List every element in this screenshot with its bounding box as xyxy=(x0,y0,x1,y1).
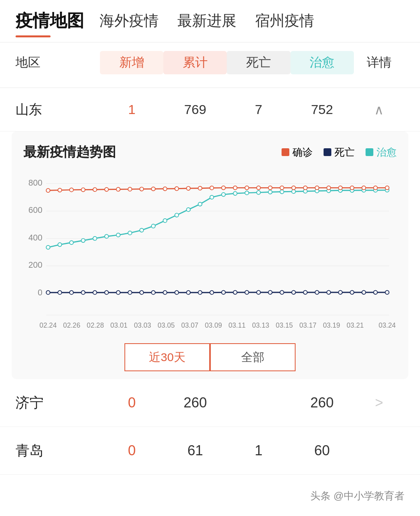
col-header-total: 累计 xyxy=(163,51,227,74)
svg-point-89 xyxy=(81,291,85,295)
active-tab-indicator xyxy=(16,35,51,37)
svg-point-64 xyxy=(140,187,144,191)
legend-death-dot xyxy=(324,148,331,156)
svg-text:02.26: 02.26 xyxy=(63,321,80,329)
svg-text:03.07: 03.07 xyxy=(181,321,198,329)
filter-all-button[interactable]: 全部 xyxy=(210,343,296,371)
svg-point-63 xyxy=(128,187,132,191)
table-row-jining[interactable]: 济宁 0 260 260 > xyxy=(0,379,420,427)
svg-point-82 xyxy=(350,186,354,190)
shandong-detail[interactable]: ∧ xyxy=(354,102,404,118)
nav-bar: 海外疫情 最新进展 宿州疫情 xyxy=(100,11,314,31)
svg-point-42 xyxy=(233,191,237,195)
nav-item-overseas[interactable]: 海外疫情 xyxy=(100,11,159,31)
svg-point-30 xyxy=(93,237,97,240)
svg-point-37 xyxy=(175,213,178,217)
svg-point-72 xyxy=(233,186,237,190)
svg-point-85 xyxy=(385,186,389,190)
svg-point-39 xyxy=(198,202,202,206)
svg-point-61 xyxy=(105,188,108,191)
svg-point-57 xyxy=(58,188,62,192)
svg-point-94 xyxy=(140,291,144,295)
page-header: 疫情地图 海外疫情 最新进展 宿州疫情 xyxy=(0,0,420,32)
legend-confirmed: 确诊 xyxy=(282,146,313,159)
svg-point-46 xyxy=(280,190,284,194)
svg-point-68 xyxy=(187,186,191,190)
col-header-region: 地区 xyxy=(16,54,100,71)
svg-text:03.17: 03.17 xyxy=(299,321,317,329)
svg-text:03.01: 03.01 xyxy=(110,321,128,329)
svg-point-108 xyxy=(303,290,307,294)
table-header: 地区 新增 累计 死亡 治愈 详情 xyxy=(0,42,420,83)
svg-text:600: 600 xyxy=(28,205,42,215)
qingdao-death: 1 xyxy=(227,442,290,459)
svg-point-60 xyxy=(93,188,97,191)
svg-text:03.11: 03.11 xyxy=(228,321,245,329)
qingdao-new: 0 xyxy=(100,439,163,462)
svg-point-80 xyxy=(327,186,331,190)
chart-legend: 确诊 死亡 治愈 xyxy=(282,146,397,159)
nav-item-latest[interactable]: 最新进展 xyxy=(177,11,236,31)
svg-text:800: 800 xyxy=(28,178,42,188)
svg-point-104 xyxy=(257,290,261,294)
svg-point-28 xyxy=(70,240,74,244)
svg-point-79 xyxy=(315,186,319,190)
jining-detail[interactable]: > xyxy=(354,395,404,411)
svg-point-32 xyxy=(116,233,120,237)
svg-point-66 xyxy=(163,187,167,191)
svg-text:400: 400 xyxy=(28,233,42,242)
svg-text:02.24: 02.24 xyxy=(40,321,57,329)
svg-point-43 xyxy=(245,191,249,195)
svg-point-33 xyxy=(128,231,132,235)
legend-recovered-dot xyxy=(366,148,373,156)
svg-point-106 xyxy=(280,290,284,294)
svg-point-45 xyxy=(268,190,272,194)
svg-point-40 xyxy=(210,195,214,199)
svg-text:03.21: 03.21 xyxy=(346,321,364,329)
svg-point-58 xyxy=(70,188,74,192)
svg-point-97 xyxy=(175,291,178,295)
svg-text:200: 200 xyxy=(28,260,42,270)
svg-point-86 xyxy=(46,291,50,295)
svg-point-99 xyxy=(198,291,202,295)
svg-point-77 xyxy=(292,186,296,190)
svg-point-70 xyxy=(210,186,214,190)
svg-point-101 xyxy=(222,290,226,294)
col-header-death: 死亡 xyxy=(227,51,290,74)
svg-point-71 xyxy=(222,186,226,190)
svg-point-36 xyxy=(163,219,167,223)
svg-point-81 xyxy=(338,186,342,190)
svg-point-100 xyxy=(210,291,214,295)
table-row-shandong[interactable]: 山东 1 769 7 752 ∧ xyxy=(0,88,420,132)
svg-point-74 xyxy=(257,186,261,190)
table-row-qingdao[interactable]: 青岛 0 61 1 60 xyxy=(0,427,420,475)
svg-point-44 xyxy=(257,191,261,195)
shandong-total: 769 xyxy=(163,99,227,120)
svg-point-69 xyxy=(198,186,202,190)
col-header-recovered: 治愈 xyxy=(290,51,354,74)
time-filter: 近30天 全部 xyxy=(23,343,397,371)
svg-point-102 xyxy=(233,290,237,294)
chart-svg: 800 600 400 200 0 02.24 02.26 02.28 03.0… xyxy=(23,170,397,334)
jining-new: 0 xyxy=(100,391,163,414)
col-header-new: 新增 xyxy=(100,51,163,74)
svg-point-56 xyxy=(46,188,50,192)
svg-text:03.15: 03.15 xyxy=(276,321,293,329)
legend-confirmed-dot xyxy=(282,148,289,156)
svg-text:03.24: 03.24 xyxy=(378,321,396,329)
svg-point-83 xyxy=(362,186,366,190)
svg-text:03.03: 03.03 xyxy=(134,321,151,329)
chart-header: 最新疫情趋势图 确诊 死亡 治愈 xyxy=(23,143,397,161)
svg-point-96 xyxy=(163,291,167,295)
svg-point-84 xyxy=(374,186,378,190)
svg-point-65 xyxy=(151,187,155,191)
filter-30days-button[interactable]: 近30天 xyxy=(124,343,210,371)
legend-recovered-label: 治愈 xyxy=(376,146,397,159)
nav-item-suzhou[interactable]: 宿州疫情 xyxy=(255,11,314,31)
svg-point-47 xyxy=(292,190,296,193)
svg-point-105 xyxy=(268,290,272,294)
svg-text:03.19: 03.19 xyxy=(323,321,340,329)
svg-point-73 xyxy=(245,186,249,190)
svg-point-90 xyxy=(93,291,97,295)
legend-recovered: 治愈 xyxy=(366,146,397,159)
